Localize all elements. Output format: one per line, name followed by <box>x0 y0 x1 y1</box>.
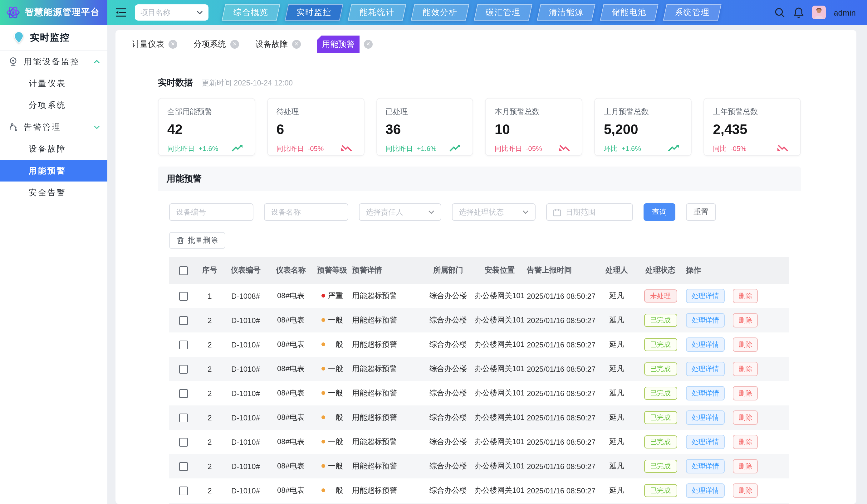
search-icon[interactable] <box>774 7 785 18</box>
energy-warning-panel: 用能预警 设备编号 设备名称 选择责任人 <box>158 166 801 504</box>
sidebar-group[interactable]: 用能设备监控 <box>0 51 107 72</box>
sidebar-item[interactable]: 安全告警 <box>0 182 107 203</box>
status-select[interactable]: 选择处理状态 <box>452 203 536 221</box>
severity-dot <box>321 294 325 297</box>
detail-button[interactable]: 处理详情 <box>686 386 725 401</box>
topnav-item[interactable]: 清洁能源 <box>537 4 595 21</box>
table-row: 1 D-1008# 08#电表 严重 用能超标预警 综合办公楼 办公楼网关101… <box>169 284 789 308</box>
sidebar-item[interactable]: 设备故障 <box>0 138 107 160</box>
tab[interactable]: 分项系统 × <box>193 39 239 50</box>
topnav-item[interactable]: 实时监控 <box>285 4 343 21</box>
column-header: 序号 <box>197 257 222 284</box>
topnav-item[interactable]: 储能电池 <box>600 4 658 21</box>
chevron-down-icon <box>428 210 435 214</box>
table-row: 2 D-1010# 08#电表 一般 用能超标预警 综合办公楼 办公楼网关101… <box>169 479 789 503</box>
topnav-item[interactable]: 能效分析 <box>411 4 469 21</box>
username-label[interactable]: admin <box>834 8 856 17</box>
user-avatar[interactable] <box>812 6 825 19</box>
device-name-input[interactable]: 设备名称 <box>264 203 348 221</box>
status-badge: 已完成 <box>644 362 677 375</box>
sidebar-group[interactable]: 告警管理 <box>0 116 107 138</box>
tab-close-icon[interactable]: × <box>230 40 239 49</box>
tab[interactable]: 设备故障 × <box>255 39 301 50</box>
chevron-down-icon <box>94 125 100 129</box>
sidebar-section-title: 实时监控 <box>30 32 70 43</box>
detail-button[interactable]: 处理详情 <box>686 410 725 425</box>
tab-label: 用能预警 <box>317 35 360 53</box>
date-range-input[interactable]: 日期范围 <box>546 203 633 221</box>
severity-dot <box>321 342 325 346</box>
row-checkbox[interactable] <box>179 486 188 495</box>
project-select[interactable]: 项目名称 <box>135 4 208 21</box>
delete-button[interactable]: 删除 <box>733 338 758 352</box>
row-checkbox[interactable] <box>179 438 188 447</box>
tab-close-icon[interactable]: × <box>364 40 373 49</box>
row-checkbox[interactable] <box>179 389 188 398</box>
tab-close-icon[interactable]: × <box>169 40 177 49</box>
delete-button[interactable]: 删除 <box>733 386 758 401</box>
delete-button[interactable]: 删除 <box>733 410 758 425</box>
tab-close-icon[interactable]: × <box>292 40 301 49</box>
select-all-checkbox[interactable] <box>179 266 188 275</box>
delete-button[interactable]: 删除 <box>733 483 758 498</box>
top-navbar: 智慧能源管理平台 项目名称 综合概览实时监控能耗统计能效分析碳汇管理清洁能源储能… <box>0 0 867 25</box>
sidebar-item[interactable]: 计量仪表 <box>0 72 107 94</box>
bell-icon[interactable] <box>793 7 804 18</box>
delete-button[interactable]: 删除 <box>733 313 758 328</box>
row-checkbox[interactable] <box>179 414 188 422</box>
detail-button[interactable]: 处理详情 <box>686 362 725 376</box>
table-header-row: 序号仪表编号仪表名称预警等级预警详情所属部门安装位置告警上报时间处理人处理状态操… <box>169 257 789 284</box>
row-checkbox[interactable] <box>179 462 188 471</box>
table-row: 2 D-1010# 08#电表 一般 用能超标预警 综合办公楼 办公楼网关101… <box>169 430 789 454</box>
sidebar-header: 实时监控 <box>0 25 107 50</box>
content-card: 计量仪表 × 分项系统 × 设备故障 × 用能预警 × 实时数据 更新时间 20… <box>116 30 856 504</box>
status-badge: 已完成 <box>644 411 677 424</box>
detail-button[interactable]: 处理详情 <box>686 338 725 352</box>
reset-button[interactable]: 重置 <box>686 203 716 221</box>
calendar-icon <box>553 208 561 216</box>
tab[interactable]: 计量仪表 × <box>132 39 177 50</box>
stat-label: 本月预警总数 <box>495 107 576 117</box>
column-header: 处理状态 <box>635 257 685 284</box>
stat-card: 待处理 6 同比昨日 -05% <box>267 98 365 156</box>
delete-button[interactable]: 删除 <box>733 435 758 449</box>
delete-button[interactable]: 删除 <box>733 362 758 376</box>
topnav-item[interactable]: 系统管理 <box>663 4 721 21</box>
batch-delete-button[interactable]: 批量删除 <box>169 232 225 249</box>
table-row: 2 D-1010# 08#电表 一般 用能超标预警 综合办公楼 办公楼网关101… <box>169 308 789 332</box>
table-row: 2 D-1010# 08#电表 一般 用能超标预警 综合办公楼 办公楼网关101… <box>169 332 789 357</box>
sidebar-collapse-icon[interactable] <box>116 8 127 17</box>
detail-button[interactable]: 处理详情 <box>686 483 725 498</box>
trash-icon <box>176 237 184 244</box>
owner-select[interactable]: 选择责任人 <box>359 203 441 221</box>
topnav-item[interactable]: 能耗统计 <box>348 4 406 21</box>
status-badge: 已完成 <box>644 387 677 400</box>
row-checkbox[interactable] <box>179 316 188 325</box>
detail-button[interactable]: 处理详情 <box>686 435 725 449</box>
topnav-item[interactable]: 综合概览 <box>222 4 280 21</box>
device-no-input[interactable]: 设备编号 <box>169 203 254 221</box>
sidebar-item[interactable]: 分项系统 <box>0 94 107 116</box>
alert-table: 序号仪表编号仪表名称预警等级预警详情所属部门安装位置告警上报时间处理人处理状态操… <box>169 257 789 504</box>
delete-button[interactable]: 删除 <box>733 459 758 473</box>
query-button[interactable]: 查询 <box>643 203 675 221</box>
main-content: 计量仪表 × 分项系统 × 设备故障 × 用能预警 × 实时数据 更新时间 20… <box>107 25 867 504</box>
sidebar: 实时监控 用能设备监控 计量仪表 分项系统 告警管理 设备故障 用能预警 安全告… <box>0 25 107 504</box>
detail-button[interactable]: 处理详情 <box>686 459 725 473</box>
column-header: 告警上报时间 <box>526 257 598 284</box>
sidebar-item[interactable]: 用能预警 <box>0 160 107 182</box>
row-checkbox[interactable] <box>179 341 188 349</box>
status-badge: 已完成 <box>644 435 677 449</box>
stat-label: 待处理 <box>277 107 358 117</box>
stat-card: 上年预警总数 2,435 同比 -05% <box>704 98 801 156</box>
sidebar-item-label: 安全告警 <box>29 187 66 198</box>
trend-down-icon <box>340 143 352 153</box>
delete-button[interactable]: 删除 <box>733 289 758 303</box>
owner-placeholder: 选择责任人 <box>366 207 428 217</box>
row-checkbox[interactable] <box>179 292 188 301</box>
tab[interactable]: 用能预警 × <box>317 35 373 53</box>
topnav-item[interactable]: 碳汇管理 <box>474 4 532 21</box>
detail-button[interactable]: 处理详情 <box>686 313 725 328</box>
row-checkbox[interactable] <box>179 365 188 374</box>
detail-button[interactable]: 处理详情 <box>686 289 725 303</box>
